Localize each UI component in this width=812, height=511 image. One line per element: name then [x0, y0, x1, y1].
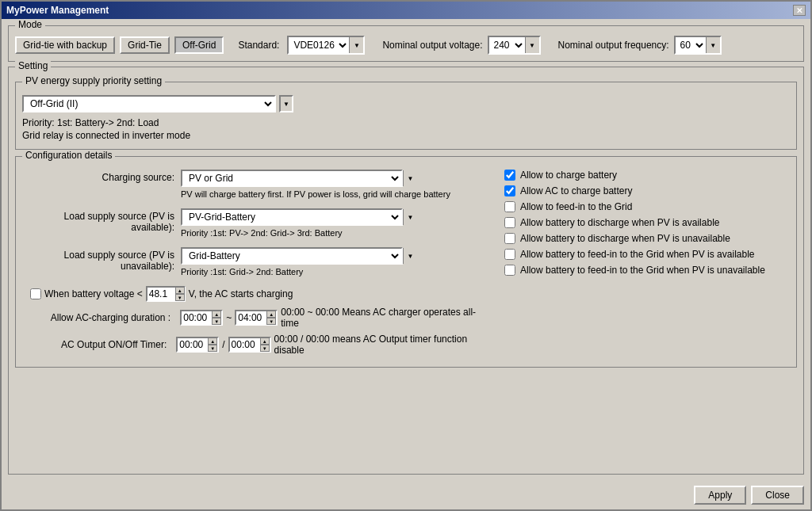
- pv-priority-label: PV energy supply priority setting: [22, 75, 165, 86]
- priority-text: Priority: 1st: Battery-> 2nd: Load: [22, 117, 790, 128]
- ac-timer-to[interactable]: [230, 339, 260, 350]
- off-grid-button[interactable]: Off-Grid: [174, 36, 224, 54]
- close-icon[interactable]: ✕: [793, 5, 806, 16]
- load-supply-pv-unavail-content: Grid-Battery ▼ Priority :1st: Grid-> 2nd…: [181, 247, 488, 278]
- load-supply-pv-avail-content: PV-Grid-Battery ▼ Priority :1st: PV-> 2n…: [181, 208, 488, 239]
- config-right: Allow to charge battery Allow AC to char…: [504, 170, 790, 360]
- apply-button[interactable]: Apply: [694, 486, 746, 505]
- allow-charge-battery-checkbox[interactable]: [504, 170, 515, 181]
- ac-timer-from-up[interactable]: ▲: [208, 337, 217, 345]
- config-label: Configuration details: [22, 150, 115, 161]
- battery-voltage-label: When battery voltage <: [44, 288, 143, 299]
- ac-charging-from[interactable]: [182, 312, 212, 323]
- battery-voltage-unit: V, the AC starts charging: [189, 288, 293, 299]
- battery-voltage-arrows: ▲ ▼: [175, 287, 185, 301]
- checkbox-discharge-pv-avail: Allow battery to discharge when PV is av…: [504, 217, 790, 228]
- allow-feedin-pv-avail-label: Allow battery to feed-in to the Grid whe…: [520, 249, 755, 260]
- footer: Apply Close: [2, 481, 810, 509]
- allow-charge-battery-label: Allow to charge battery: [520, 170, 617, 181]
- charging-source-select-wrap: PV or Grid: [181, 170, 403, 187]
- charging-source-select[interactable]: PV or Grid: [182, 172, 401, 185]
- ac-charging-to-up[interactable]: ▲: [266, 311, 276, 318]
- ac-charging-separator: ~: [226, 312, 232, 323]
- charging-source-desc: PV will charge battery first. If PV powe…: [181, 189, 488, 199]
- battery-voltage-input[interactable]: [147, 288, 175, 299]
- load-pv-avail-desc: Priority :1st: PV-> 2nd: Grid-> 3rd: Bat…: [181, 228, 488, 238]
- ac-timer-from[interactable]: [178, 339, 208, 350]
- checkbox-discharge-pv-unavail: Allow battery to discharge when PV is un…: [504, 233, 790, 244]
- allow-discharge-pv-unavail-label: Allow battery to discharge when PV is un…: [520, 233, 730, 244]
- nominal-frequency-select[interactable]: 60: [676, 38, 706, 52]
- nominal-frequency-label: Nominal output frequency:: [558, 40, 669, 51]
- standard-select[interactable]: VDE0126: [289, 38, 349, 52]
- grid-tie-button[interactable]: Grid-Tie: [120, 36, 170, 54]
- battery-voltage-row: When battery voltage < ▲ ▼ V, the AC sta…: [30, 286, 488, 302]
- battery-voltage-down[interactable]: ▼: [175, 294, 185, 301]
- standard-select-arrow[interactable]: ▼: [349, 37, 363, 53]
- load-pv-avail-select[interactable]: PV-Grid-Battery: [182, 211, 401, 223]
- load-supply-pv-avail-label: Load supply source (PV is available):: [22, 208, 181, 233]
- pv-priority-select[interactable]: Off-Grid (II): [24, 97, 274, 110]
- nominal-voltage-arrow[interactable]: ▼: [525, 37, 539, 53]
- battery-voltage-up[interactable]: ▲: [175, 287, 185, 294]
- allow-feedin-checkbox[interactable]: [504, 201, 515, 212]
- ac-timer-from-down[interactable]: ▼: [208, 345, 217, 352]
- config-content: Charging source: PV or Grid ▼: [22, 163, 790, 360]
- ac-charging-desc: 00:00 ~ 00:00 Means AC charger operates …: [281, 307, 488, 329]
- load-supply-pv-unavail-label: Load supply source (PV is unavailable):: [22, 247, 181, 272]
- ac-charging-from-down[interactable]: ▼: [212, 318, 221, 325]
- load-supply-pv-avail-row: Load supply source (PV is available): PV…: [22, 208, 488, 239]
- ac-timer-from-wrap: ▲ ▼: [176, 337, 219, 353]
- allow-feedin-pv-unavail-label: Allow battery to feed-in to the Grid whe…: [520, 265, 765, 276]
- allow-feedin-pv-unavail-checkbox[interactable]: [504, 265, 515, 276]
- pv-priority-content: Off-Grid (II) ▼ Priority: 1st: Battery->…: [22, 89, 790, 141]
- checkbox-feedin-pv-avail: Allow battery to feed-in to the Grid whe…: [504, 249, 790, 260]
- grid-tie-backup-button[interactable]: Grid-tie with backup: [15, 36, 115, 54]
- checkbox-allow-ac-charge: Allow AC to charge battery: [504, 185, 790, 196]
- battery-voltage-checkbox[interactable]: [30, 288, 41, 299]
- ac-timer-to-down[interactable]: ▼: [260, 345, 270, 352]
- mode-section: Mode Grid-tie with backup Grid-Tie Off-G…: [8, 25, 804, 62]
- pv-priority-arrow[interactable]: ▼: [279, 95, 293, 112]
- allow-ac-charge-checkbox[interactable]: [504, 185, 515, 196]
- ac-charging-row: Allow AC-charging duration : ▲ ▼ ~: [22, 307, 488, 329]
- standard-label: Standard:: [238, 40, 279, 51]
- mode-label: Mode: [15, 19, 45, 30]
- allow-discharge-pv-avail-checkbox[interactable]: [504, 217, 515, 228]
- allow-discharge-pv-avail-label: Allow battery to discharge when PV is av…: [520, 217, 719, 228]
- nominal-voltage-select[interactable]: 240: [489, 38, 525, 52]
- pv-priority-box: PV energy supply priority setting Off-Gr…: [15, 82, 797, 150]
- ac-charging-to-arrows: ▲ ▼: [266, 311, 276, 325]
- ac-timer-from-arrows: ▲ ▼: [208, 337, 217, 352]
- relay-text: Grid relay is connected in inverter mode: [22, 130, 790, 141]
- ac-timer-to-up[interactable]: ▲: [260, 337, 270, 345]
- standard-select-wrap: VDE0126 ▼: [287, 36, 365, 55]
- ac-charging-to[interactable]: [236, 312, 266, 323]
- pv-select: Off-Grid (II): [22, 95, 276, 112]
- setting-section: Setting PV energy supply priority settin…: [8, 67, 804, 475]
- allow-discharge-pv-unavail-checkbox[interactable]: [504, 233, 515, 244]
- checkbox-feedin-pv-unavail: Allow battery to feed-in to the Grid whe…: [504, 265, 790, 276]
- allow-ac-charge-label: Allow AC to charge battery: [520, 185, 632, 196]
- mode-buttons: Grid-tie with backup Grid-Tie Off-Grid S…: [15, 36, 797, 55]
- load-pv-avail-arrow[interactable]: ▼: [403, 209, 417, 225]
- nominal-voltage-label: Nominal output voltage:: [382, 40, 482, 51]
- nominal-frequency-arrow[interactable]: ▼: [706, 37, 720, 53]
- setting-label: Setting: [15, 60, 51, 71]
- allow-feedin-pv-avail-checkbox[interactable]: [504, 249, 515, 260]
- ac-charging-to-wrap: ▲ ▼: [235, 310, 278, 326]
- ac-timer-row: AC Output ON/Off Timer: ▲ ▼ /: [22, 334, 488, 356]
- ac-charging-from-up[interactable]: ▲: [212, 311, 221, 318]
- ac-charging-label: Allow AC-charging duration :: [22, 312, 177, 323]
- battery-voltage-spinbox: ▲ ▼: [146, 286, 186, 302]
- close-button[interactable]: Close: [751, 486, 804, 505]
- allow-feedin-label: Allow to feed-in to the Grid: [520, 201, 632, 212]
- load-pv-unavail-arrow[interactable]: ▼: [403, 248, 417, 264]
- charging-source-arrow[interactable]: ▼: [403, 170, 417, 186]
- ac-timer-to-wrap: ▲ ▼: [228, 337, 271, 353]
- charging-source-label: Charging source:: [22, 170, 181, 183]
- nominal-frequency-select-wrap: 60 ▼: [674, 36, 722, 55]
- ac-charging-to-down[interactable]: ▼: [266, 318, 276, 325]
- load-pv-unavail-select[interactable]: Grid-Battery: [182, 250, 401, 262]
- checkbox-allow-charge: Allow to charge battery: [504, 170, 790, 181]
